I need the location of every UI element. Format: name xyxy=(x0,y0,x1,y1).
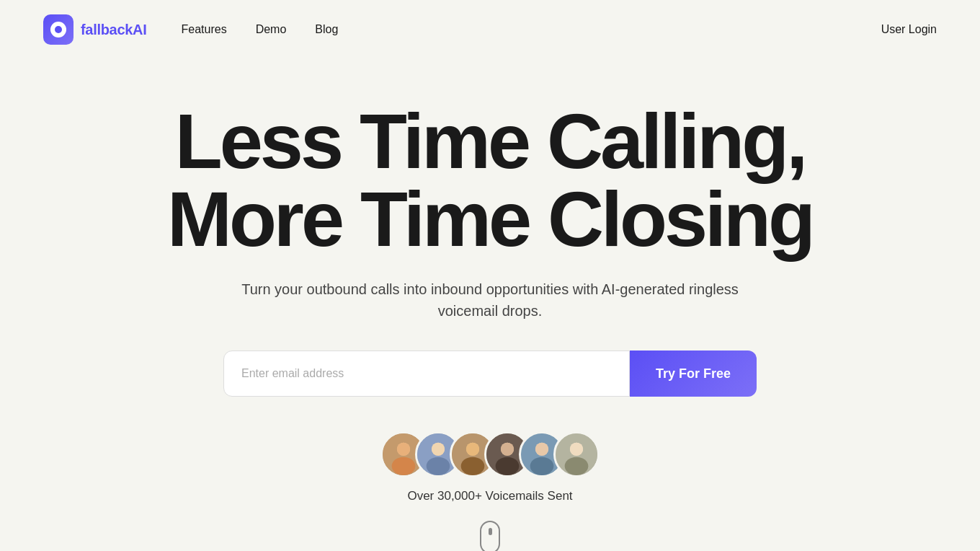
social-proof: Over 30,000+ Voicemails Sent xyxy=(380,431,600,503)
avatars-row xyxy=(380,431,600,477)
nav-link-demo[interactable]: Demo xyxy=(256,23,287,36)
svg-point-23 xyxy=(570,443,583,456)
nav-link-blog[interactable]: Blog xyxy=(315,23,338,36)
logo-icon xyxy=(43,14,74,45)
cta-row: Try For Free xyxy=(223,351,757,397)
svg-point-22 xyxy=(565,457,589,475)
svg-point-10 xyxy=(461,457,485,475)
svg-point-3 xyxy=(397,443,410,456)
avatar-6 xyxy=(553,431,600,477)
scroll-indicator xyxy=(480,521,500,551)
svg-point-15 xyxy=(501,443,514,456)
scroll-pill xyxy=(480,521,500,551)
hero-headline-line2: More Time Closing xyxy=(167,175,813,263)
nav-link-features[interactable]: Features xyxy=(182,23,227,36)
logo[interactable]: fallbackAI xyxy=(43,14,147,45)
svg-point-7 xyxy=(432,443,445,456)
hero-section: Less Time Calling, More Time Closing Tur… xyxy=(0,59,980,551)
social-proof-text: Over 30,000+ Voicemails Sent xyxy=(407,489,572,503)
nav-left: fallbackAI Features Demo Blog xyxy=(43,14,338,45)
hero-headline: Less Time Calling, More Time Closing xyxy=(167,102,813,258)
logo-icon-dot xyxy=(55,26,62,33)
svg-point-18 xyxy=(530,457,554,475)
logo-icon-inner xyxy=(50,22,66,38)
svg-point-11 xyxy=(466,443,479,456)
svg-point-14 xyxy=(496,457,520,475)
svg-point-2 xyxy=(392,457,416,475)
logo-text: fallbackAI xyxy=(81,22,147,38)
user-login-link[interactable]: User Login xyxy=(881,23,937,36)
svg-point-6 xyxy=(427,457,450,475)
try-for-free-button[interactable]: Try For Free xyxy=(630,351,757,397)
hero-headline-line1: Less Time Calling, xyxy=(175,97,805,185)
email-input[interactable] xyxy=(223,351,630,397)
navbar: fallbackAI Features Demo Blog User Login xyxy=(0,0,980,59)
nav-links: Features Demo Blog xyxy=(182,23,339,36)
svg-point-19 xyxy=(535,443,548,456)
scroll-dot xyxy=(489,528,492,535)
hero-subtitle: Turn your outbound calls into inbound op… xyxy=(238,278,742,322)
